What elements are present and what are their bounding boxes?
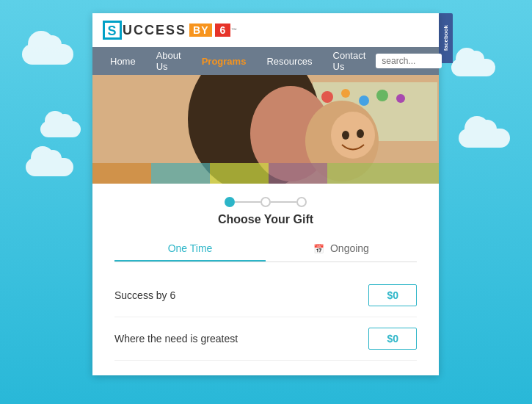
logo-six: 6 — [215, 24, 230, 37]
nav-resources[interactable]: Resources — [256, 48, 322, 74]
search-input[interactable] — [376, 54, 442, 68]
tab-one-time[interactable]: One Time — [114, 237, 266, 261]
step-2 — [260, 197, 271, 207]
cloud-decoration-4 — [451, 59, 495, 76]
svg-rect-15 — [92, 163, 151, 184]
progress-steps — [114, 197, 417, 207]
svg-point-4 — [341, 89, 350, 98]
gift-label-greatest: Where the need is greatest — [114, 333, 238, 345]
svg-point-11 — [331, 112, 375, 159]
nav-bar: Home About Us Programs Resources Contact… — [92, 47, 439, 75]
nav-home[interactable]: Home — [100, 48, 146, 74]
nav-contact[interactable]: Contact Us — [323, 43, 376, 79]
svg-point-12 — [342, 131, 349, 140]
nav-programs[interactable]: Programs — [192, 48, 257, 74]
site-logo: S UCCESS BY 6 ™ — [103, 21, 238, 40]
logo-tm: ™ — [231, 27, 238, 34]
cloud-decoration-3 — [26, 158, 73, 176]
step-1 — [225, 197, 235, 207]
logo-s: S — [103, 21, 122, 40]
hero-image — [92, 75, 439, 184]
gift-amount-success[interactable]: $0 — [368, 284, 417, 306]
main-container: S UCCESS BY 6 ™ Home About Us Programs R… — [92, 13, 439, 375]
svg-rect-17 — [210, 163, 269, 184]
svg-point-5 — [359, 95, 369, 106]
nav-about[interactable]: About Us — [146, 43, 192, 79]
gift-section: Choose Your Gift One Time 📅 Ongoing Succ… — [92, 184, 439, 375]
calendar-icon: 📅 — [313, 244, 324, 254]
cloud-decoration-1 — [22, 44, 73, 65]
svg-point-3 — [321, 91, 333, 103]
tab-ongoing[interactable]: 📅 Ongoing — [266, 237, 417, 261]
gift-amount-greatest[interactable]: $0 — [368, 328, 417, 350]
step-3 — [296, 197, 307, 207]
gift-label-success: Success by 6 — [114, 289, 175, 301]
gift-tabs: One Time 📅 Ongoing — [114, 237, 417, 262]
logo-by: BY — [189, 24, 212, 37]
hero-svg — [92, 75, 439, 184]
gift-row-success: Success by 6 $0 — [114, 274, 417, 317]
gift-title: Choose Your Gift — [114, 213, 417, 226]
nav-links: Home About Us Programs Resources Contact… — [100, 43, 376, 79]
svg-point-13 — [357, 129, 364, 138]
svg-rect-18 — [269, 163, 327, 184]
cloud-decoration-2 — [40, 121, 81, 137]
step-line-1 — [235, 201, 260, 203]
gift-row-greatest: Where the need is greatest $0 — [114, 317, 417, 361]
logo-uccess: UCCESS — [123, 23, 186, 38]
svg-point-7 — [396, 94, 405, 103]
svg-rect-16 — [151, 163, 210, 184]
svg-point-6 — [376, 90, 388, 101]
cloud-decoration-5 — [459, 129, 510, 148]
step-line-2 — [271, 201, 296, 203]
